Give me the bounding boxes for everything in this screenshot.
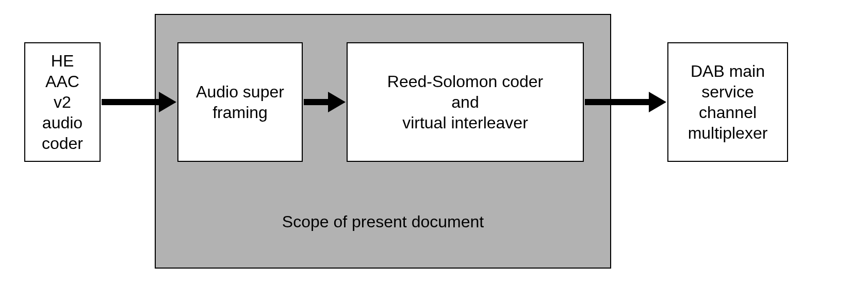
arrow-head-icon: [649, 92, 666, 112]
block-audio-super-framing: Audio superframing: [177, 42, 303, 162]
arrow-1: [102, 92, 176, 112]
block-dab-multiplexer: DAB mainservicechannelmultiplexer: [667, 42, 788, 162]
diagram-canvas: Scope of present document HEAACv2audioco…: [0, 0, 868, 283]
arrow-3: [585, 92, 666, 112]
block-reed-solomon: Reed-Solomon coderandvirtual interleaver: [347, 42, 584, 162]
arrow-head-icon: [328, 92, 346, 112]
block-he-aac-coder: HEAACv2audiocoder: [24, 42, 101, 162]
arrow-shaft: [102, 99, 159, 105]
arrow-shaft: [585, 99, 649, 105]
arrow-shaft: [304, 99, 328, 105]
scope-caption: Scope of present document: [156, 212, 610, 231]
arrow-head-icon: [159, 92, 176, 112]
arrow-2: [304, 92, 346, 112]
